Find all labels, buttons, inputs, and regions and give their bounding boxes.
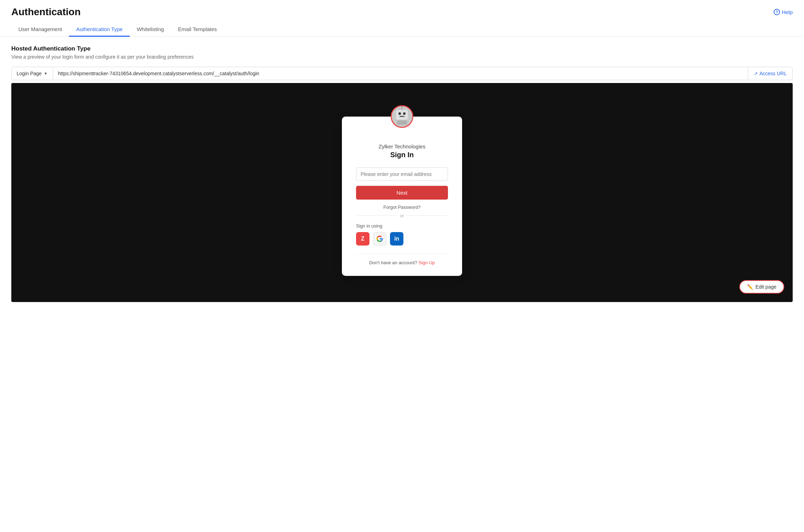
select-label: Login Page	[17, 71, 42, 76]
edit-icon: ✏️	[747, 284, 753, 290]
url-bar: Login Page ▼ ↗ Access URL	[11, 67, 793, 80]
page-type-select[interactable]: Login Page ▼	[12, 67, 53, 80]
tab-authentication-type[interactable]: Authentication Type	[69, 23, 129, 37]
chevron-down-icon: ▼	[44, 71, 48, 76]
content-area: Hosted Authentication Type View a previe…	[0, 37, 804, 311]
url-input[interactable]	[53, 67, 748, 80]
section-description: View a preview of your login form and co…	[11, 54, 793, 60]
zoho-login-button[interactable]: Z	[356, 232, 369, 246]
page-header: Authentication ? Help	[0, 0, 804, 23]
login-card: Zylker Technologies Sign In Next Forgot …	[342, 117, 462, 276]
tab-user-management[interactable]: User Management	[11, 23, 69, 37]
login-company-name: Zylker Technologies	[379, 143, 425, 149]
external-link-icon: ↗	[754, 71, 758, 76]
linkedin-login-button[interactable]: in	[390, 232, 403, 246]
preview-area: Zylker Technologies Sign In Next Forgot …	[11, 83, 793, 302]
access-url-button[interactable]: ↗ Access URL	[748, 67, 792, 80]
next-button[interactable]: Next	[356, 186, 448, 200]
tab-email-templates[interactable]: Email Templates	[171, 23, 224, 37]
forgot-password-link[interactable]: Forgot Password?	[383, 205, 421, 210]
sign-in-using-label: Sign in using	[356, 223, 382, 229]
login-title: Sign In	[390, 151, 414, 159]
or-divider: or	[356, 213, 448, 218]
help-link[interactable]: ? Help	[774, 9, 793, 15]
access-url-label: Access URL	[759, 71, 787, 76]
signup-link[interactable]: Sign Up	[419, 260, 435, 265]
login-divider	[356, 254, 448, 254]
or-line-right	[407, 215, 448, 216]
avatar	[391, 105, 413, 128]
google-g-icon	[377, 236, 383, 242]
tabs-container: User Management Authentication Type Whit…	[0, 23, 804, 37]
google-login-button[interactable]	[373, 232, 386, 246]
or-line-left	[356, 215, 397, 216]
help-label: Help	[782, 9, 793, 15]
edit-page-button[interactable]: ✏️ Edit page	[739, 280, 784, 294]
signup-text: Don't have an account? Sign Up	[369, 260, 435, 265]
social-buttons-container: Z in	[356, 232, 403, 246]
section-title: Hosted Authentication Type	[11, 45, 793, 52]
page-title: Authentication	[11, 6, 81, 18]
tab-whitelisting[interactable]: Whitelisting	[130, 23, 171, 37]
email-input[interactable]	[356, 167, 448, 181]
help-circle-icon: ?	[774, 9, 780, 15]
or-text: or	[400, 213, 404, 218]
